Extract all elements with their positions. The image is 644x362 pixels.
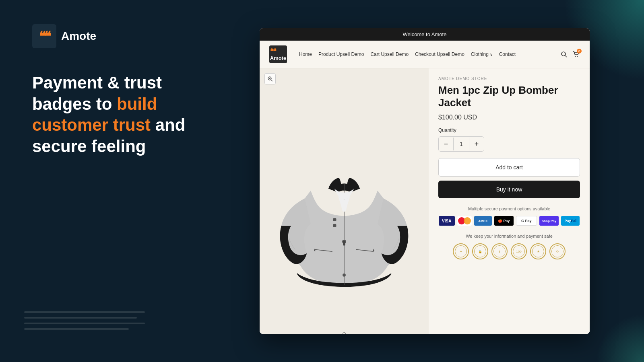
amex-badge: AMEX	[474, 216, 492, 226]
trust-text: We keep your information and payment saf…	[438, 234, 580, 239]
nav-contact[interactable]: Contact	[499, 51, 516, 57]
decorative-lines	[24, 311, 145, 330]
svg-rect-13	[333, 224, 336, 227]
left-panel: ❝❝ Amote Payment & trust badges to build…	[0, 0, 213, 362]
announcement-text: Welcome to Amote	[403, 31, 447, 37]
quantity-label: Quantity	[438, 128, 580, 133]
announcement-bar: Welcome to Amote	[260, 28, 590, 41]
secure-payment-text: Multiple secure payment options availabl…	[438, 206, 580, 211]
trust-badge-3: $	[491, 243, 508, 259]
nav-links: Home Product Upsell Demo Cart Upsell Dem…	[299, 51, 552, 57]
trust-badge-inner-2: 🔒	[474, 245, 486, 257]
svg-line-5	[271, 80, 272, 81]
nav-cart-upsell[interactable]: Cart Upsell Demo	[370, 51, 409, 57]
trust-badge-inner-4: 100	[513, 245, 525, 257]
apple-pay-badge: 🍎 Pay	[494, 216, 514, 226]
google-pay-badge: G Pay	[516, 216, 537, 226]
headline-text: Payment & trust badges to buildcustomer …	[32, 72, 189, 157]
quantity-decrease-button[interactable]: −	[439, 137, 453, 151]
svg-point-0	[561, 52, 566, 56]
trust-badge-6: ⟳	[549, 243, 566, 259]
product-image	[272, 120, 417, 289]
logo-area: ❝❝ Amote	[32, 24, 189, 48]
trust-badge-inner-5: ★	[532, 245, 544, 257]
dec-line-2	[24, 317, 137, 319]
svg-rect-11	[343, 241, 345, 246]
trust-badge-1: ✦	[453, 243, 469, 259]
buy-now-button[interactable]: Buy it now	[438, 181, 580, 198]
product-title: Men 1pc Zip Up Bomber Jacket	[438, 84, 580, 109]
nav-icons: 0	[560, 50, 580, 58]
payment-icons: VISA AMEX 🍎 Pay G Pay Shop Pay PayPal	[438, 216, 580, 226]
add-to-cart-button[interactable]: Add to cart	[438, 158, 580, 177]
quantity-increase-button[interactable]: +	[469, 137, 484, 151]
trust-badge-2: 🔒	[472, 243, 488, 259]
shop-pay-badge: Shop Pay	[539, 216, 559, 226]
browser-window: Welcome to Amote ❝❝ Amote Home Product U…	[260, 28, 590, 334]
trust-badge-inner-3: $	[493, 245, 506, 257]
visa-badge: VISA	[439, 216, 455, 226]
logo-icon: ❝❝	[32, 24, 56, 48]
nav-home[interactable]: Home	[299, 51, 312, 57]
browser-container: Welcome to Amote ❝❝ Amote Home Product U…	[213, 0, 644, 362]
nav: ❝❝ Amote Home Product Upsell Demo Cart U…	[260, 41, 590, 68]
nav-quote-icon: ❝❝	[270, 47, 286, 55]
quote-marks-icon: ❝❝	[39, 30, 50, 43]
dec-line-1	[24, 311, 145, 313]
trust-badge-inner-1: ✦	[455, 245, 467, 257]
trust-badge-4: 100	[511, 243, 527, 259]
svg-rect-12	[333, 218, 336, 221]
nav-logo[interactable]: ❝❝ Amote	[269, 45, 287, 63]
nav-logo-name: Amote	[270, 55, 286, 61]
teal-accent-bottom	[596, 314, 644, 362]
trust-badges: ✦ 🔒 $ 100 ★ ⟳	[438, 243, 580, 259]
product-price: $100.00 USD	[438, 114, 580, 121]
carousel-dot[interactable]	[343, 332, 346, 334]
quantity-control: − 1 +	[438, 136, 484, 152]
zoom-button[interactable]	[264, 73, 276, 84]
svg-line-1	[565, 56, 567, 57]
highlight-build: buildcustomer trust	[32, 95, 157, 135]
nav-logo-icon: ❝❝ Amote	[269, 45, 287, 63]
svg-point-18	[343, 274, 346, 277]
search-icon[interactable]	[560, 50, 568, 58]
product-details: AMOTE DEMO STORE Men 1pc Zip Up Bomber J…	[429, 68, 590, 334]
svg-point-3	[577, 56, 578, 57]
dec-line-3	[24, 323, 145, 324]
mastercard-badge	[457, 216, 472, 226]
quantity-value: 1	[453, 138, 469, 150]
paypal-badge: PayPal	[561, 216, 580, 226]
product-image-container	[260, 68, 429, 334]
cart-count: 0	[577, 49, 582, 53]
brand-name: Amote	[61, 30, 96, 43]
store-name: AMOTE DEMO STORE	[438, 76, 580, 81]
product-area: AMOTE DEMO STORE Men 1pc Zip Up Bomber J…	[260, 68, 590, 334]
nav-clothing[interactable]: Clothing	[471, 51, 493, 57]
trust-badge-inner-6: ⟳	[551, 245, 564, 257]
svg-point-2	[575, 56, 576, 57]
trust-badge-5: ★	[530, 243, 546, 259]
cart-icon[interactable]: 0	[572, 50, 580, 58]
nav-product-upsell[interactable]: Product Upsell Demo	[318, 51, 364, 57]
dec-line-4	[24, 328, 129, 330]
nav-checkout-upsell[interactable]: Checkout Upsell Demo	[415, 51, 464, 57]
headline: Payment & trust badges to buildcustomer …	[32, 72, 189, 338]
